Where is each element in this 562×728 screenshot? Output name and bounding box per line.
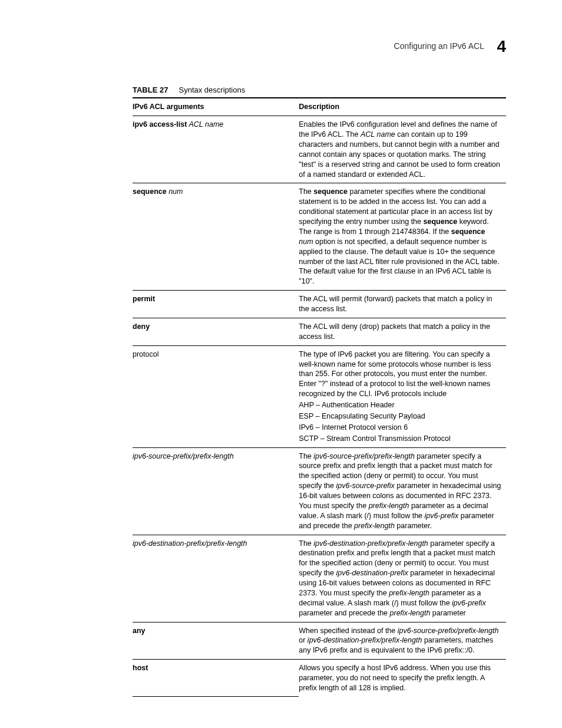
- arg-cell: host: [133, 660, 299, 697]
- text-bold: sequence: [424, 218, 458, 226]
- arg-italic: ACL name: [187, 120, 223, 129]
- table-header-row: IPv6 ACL arguments Description: [133, 98, 506, 116]
- arg-plain: protocol: [133, 350, 158, 358]
- table-row: ipv6-destination-prefix/prefix-length Th…: [133, 535, 506, 622]
- text: The: [299, 539, 313, 548]
- arg-bold: ipv6 access-list: [133, 120, 187, 129]
- page-header: Configuring an IPv6 ACL 4: [133, 35, 506, 58]
- arg-italic: ipv6-source-prefix/prefix-length: [133, 452, 234, 460]
- arg-bold: sequence: [133, 187, 167, 196]
- col-header-description: Description: [299, 98, 506, 116]
- text-italic: ipv6-destination-prefix/prefix-length: [313, 539, 428, 548]
- table-row: deny The ACL will deny (drop) packets th…: [133, 318, 506, 345]
- text-italic: prefix-length: [389, 589, 429, 597]
- text-italic: ipv6-source-prefix/prefix-length: [313, 452, 415, 460]
- page-title: Configuring an IPv6 ACL: [394, 41, 484, 52]
- syntax-table: IPv6 ACL arguments Description ipv6 acce…: [133, 97, 506, 697]
- desc-cell: Allows you specify a host IPv6 address. …: [299, 660, 506, 697]
- text-italic: ipv6-destination-prefix/prefix-length: [308, 636, 422, 644]
- text-italic: num: [299, 238, 313, 246]
- desc-cell: The ACL will deny (drop) packets that ma…: [299, 318, 506, 345]
- text-italic: ipv6-source-prefix: [336, 482, 395, 490]
- arg-cell: ipv6-source-prefix/prefix-length: [133, 447, 299, 535]
- table-row: any When specified instead of the ipv6-s…: [133, 622, 506, 660]
- desc-cell: The ACL will permit (forward) packets th…: [299, 291, 506, 318]
- table-caption: TABLE 27 Syntax descriptions: [133, 85, 506, 95]
- text-italic: ipv6-prefix: [425, 512, 459, 520]
- text: When specified instead of the: [299, 627, 397, 635]
- table-row: protocol The type of IPv6 packet you are…: [133, 345, 506, 447]
- table-row: host Allows you specify a host IPv6 addr…: [133, 660, 506, 697]
- arg-italic: ipv6-destination-prefix/prefix-length: [133, 539, 247, 548]
- arg-cell: protocol: [133, 345, 299, 447]
- text-italic: ipv6-source-prefix/prefix-length: [398, 627, 499, 635]
- text: The: [299, 452, 313, 460]
- text-italic: ACL name: [361, 130, 395, 139]
- table-caption-text: Syntax descriptions: [179, 85, 246, 94]
- desc-cell: The ipv6-destination-prefix/prefix-lengt…: [299, 535, 506, 622]
- arg-cell: ipv6 access-list ACL name: [133, 116, 299, 183]
- text: parameter.: [395, 522, 432, 530]
- text: Allows you specify a host IPv6 address. …: [299, 663, 501, 693]
- text: IPv6 – Internet Protocol version 6: [299, 423, 501, 433]
- arg-cell: sequence num: [133, 183, 299, 291]
- arg-italic: num: [167, 187, 183, 196]
- table-row: ipv6-source-prefix/prefix-length The ipv…: [133, 447, 506, 535]
- arg-bold: host: [133, 664, 148, 672]
- text-italic: prefix-length: [390, 609, 431, 617]
- table-row: ipv6 access-list ACL name Enables the IP…: [133, 116, 506, 183]
- col-header-arguments: IPv6 ACL arguments: [133, 98, 299, 116]
- text: The: [299, 187, 313, 196]
- arg-bold: permit: [133, 295, 155, 303]
- text-italic: prefix-length: [354, 522, 395, 530]
- desc-cell: The type of IPv6 packet you are filterin…: [299, 345, 506, 447]
- text-italic: ipv6-destination-prefix: [336, 569, 408, 577]
- table-row: permit The ACL will permit (forward) pac…: [133, 291, 506, 318]
- text: parameter: [430, 609, 465, 617]
- table-row: sequence num The sequence parameter spec…: [133, 183, 506, 291]
- arg-cell: permit: [133, 291, 299, 318]
- arg-cell: any: [133, 622, 299, 660]
- text-bold: sequence: [313, 187, 348, 196]
- text-italic: prefix-length: [369, 502, 409, 510]
- arg-cell: ipv6-destination-prefix/prefix-length: [133, 535, 299, 622]
- text: The ACL will deny (drop) packets that ma…: [299, 322, 501, 342]
- text: AHP – Authentication Header: [299, 400, 501, 410]
- text: The type of IPv6 packet you are filterin…: [299, 350, 501, 399]
- chapter-number: 4: [497, 35, 506, 58]
- arg-bold: any: [133, 627, 146, 635]
- arg-cell: deny: [133, 318, 299, 345]
- arg-bold: deny: [133, 322, 150, 331]
- text: The ACL will permit (forward) packets th…: [299, 294, 501, 314]
- table-label: TABLE 27: [133, 85, 168, 94]
- text: ESP – Encapsulating Security Payload: [299, 411, 501, 421]
- desc-cell: When specified instead of the ipv6-sourc…: [299, 622, 506, 660]
- text-bold: sequence: [451, 228, 485, 236]
- text: parameter and precede the: [299, 609, 389, 617]
- desc-cell: The ipv6-source-prefix/prefix-length par…: [299, 447, 506, 535]
- text: SCTP – Stream Control Transmission Proto…: [299, 434, 501, 444]
- text: or: [299, 636, 308, 644]
- text-italic: ipv6-prefix: [452, 599, 486, 607]
- text: option is not specified, a default seque…: [299, 238, 499, 286]
- desc-cell: The sequence parameter specifies where t…: [299, 183, 506, 291]
- page: Configuring an IPv6 ACL 4 TABLE 27 Synta…: [0, 0, 562, 728]
- desc-cell: Enables the IPv6 configuration level and…: [299, 116, 506, 183]
